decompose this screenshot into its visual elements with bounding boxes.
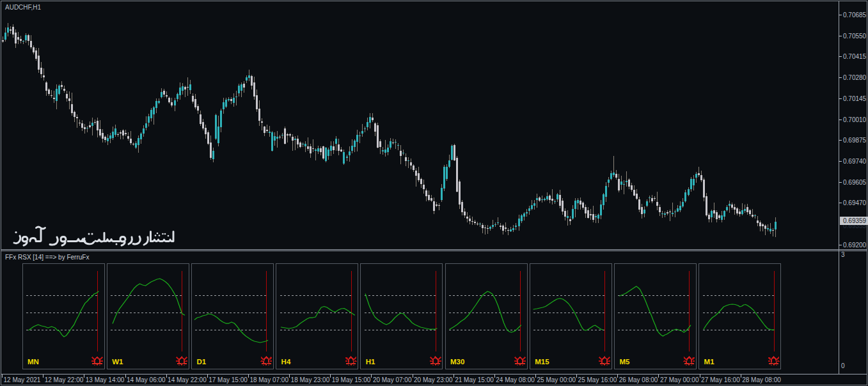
svg-text:W1: W1	[112, 358, 123, 366]
svg-text:21 May 15:00: 21 May 15:00	[455, 376, 494, 383]
svg-text:14 May 22:00: 14 May 22:00	[168, 376, 207, 383]
svg-text:0.70010: 0.70010	[843, 116, 867, 123]
svg-text:25 May 16:00: 25 May 16:00	[578, 376, 617, 383]
svg-text:3: 3	[841, 251, 845, 258]
svg-text:0.69359: 0.69359	[843, 217, 867, 224]
svg-text:FFx RSX [14] ==> by FerruFx: FFx RSX [14] ==> by FerruFx	[5, 254, 89, 261]
svg-text:0.69875: 0.69875	[843, 137, 867, 144]
svg-text:13 May 14:00: 13 May 14:00	[86, 376, 125, 383]
svg-text:M5: M5	[619, 358, 630, 366]
svg-text:20 May 23:00: 20 May 23:00	[414, 376, 453, 383]
svg-text:M30: M30	[450, 358, 464, 366]
svg-text:20 May 07:00: 20 May 07:00	[373, 376, 412, 383]
svg-text:18 May 07:00: 18 May 07:00	[249, 376, 288, 383]
svg-text:14 May 06:00: 14 May 06:00	[127, 376, 166, 383]
svg-text:24 May 08:00: 24 May 08:00	[496, 376, 535, 383]
svg-text:0.70145: 0.70145	[843, 95, 867, 102]
svg-text:M15: M15	[535, 358, 549, 366]
svg-text:28 May 08:00: 28 May 08:00	[742, 376, 781, 383]
svg-text:18 May 23:00: 18 May 23:00	[291, 376, 330, 383]
svg-text:0.69740: 0.69740	[843, 158, 867, 165]
svg-text:0: 0	[841, 362, 845, 369]
svg-text:26 May 08:00: 26 May 08:00	[619, 376, 658, 383]
svg-text:MN: MN	[28, 358, 39, 366]
svg-text:27 May 00:00: 27 May 00:00	[660, 376, 699, 383]
svg-text:0.70415: 0.70415	[843, 53, 867, 60]
svg-text:0.70550: 0.70550	[843, 33, 867, 40]
svg-text:0.69200: 0.69200	[843, 242, 867, 249]
svg-text:0.69470: 0.69470	[843, 199, 867, 206]
svg-text:27 May 16:00: 27 May 16:00	[701, 376, 740, 383]
svg-text:12 May 2021: 12 May 2021	[4, 376, 41, 383]
svg-text:M1: M1	[704, 358, 715, 366]
svg-text:H4: H4	[281, 358, 291, 366]
svg-text:0.69605: 0.69605	[843, 179, 867, 186]
svg-text:25 May 00:00: 25 May 00:00	[537, 376, 576, 383]
svg-text:AUDCHF,H1: AUDCHF,H1	[5, 4, 42, 11]
svg-text:12 May 22:00: 12 May 22:00	[45, 376, 84, 383]
svg-text:0.70685: 0.70685	[843, 12, 867, 19]
svg-text:17 May 15:00: 17 May 15:00	[209, 376, 248, 383]
svg-text:0.70280: 0.70280	[843, 74, 867, 81]
svg-text:D1: D1	[196, 358, 206, 366]
svg-text:H1: H1	[366, 358, 375, 366]
svg-text:19 May 15:00: 19 May 15:00	[332, 376, 371, 383]
